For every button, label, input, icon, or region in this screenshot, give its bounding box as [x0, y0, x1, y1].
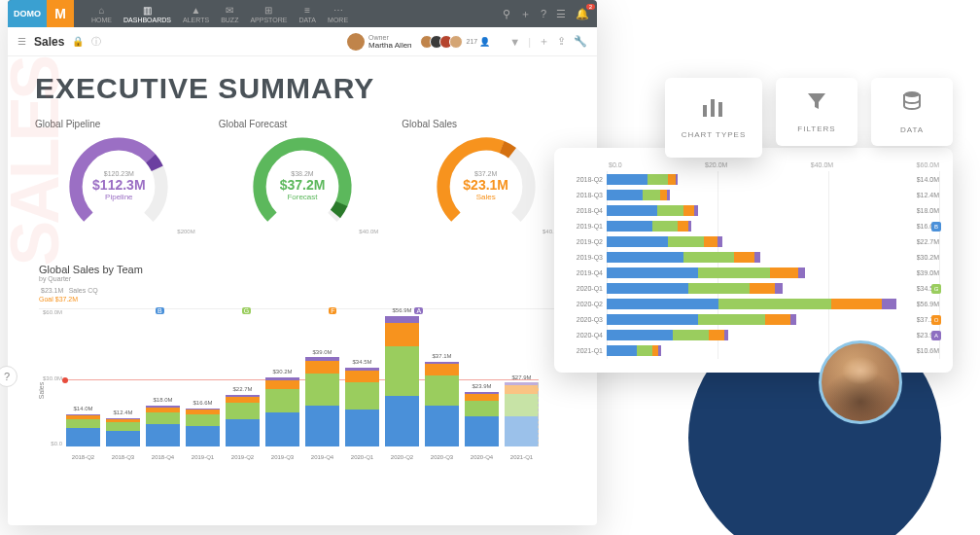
shared-avatar[interactable]	[449, 35, 463, 49]
bar-column[interactable]: $12.4M2018-Q3	[106, 309, 140, 446]
bar-column[interactable]: $27.9M2021-Q1	[505, 309, 539, 446]
hbar-row[interactable]: 2020-Q2$56.9M	[564, 297, 939, 311]
chart-icon	[701, 97, 726, 123]
top-nav: DOMO M ⌂HOME▥DASHBOARDS▲ALERTS✉BUZZ⊞APPS…	[8, 0, 597, 27]
menu-icon[interactable]: ☰	[556, 8, 566, 20]
data-icon	[902, 90, 922, 118]
settings-icon[interactable]: 🔧	[574, 35, 587, 48]
user-photo[interactable]	[819, 340, 902, 424]
chart-subtitle: by Quarter	[39, 275, 566, 282]
bar-column[interactable]: $14.0M2018-Q2	[66, 309, 100, 446]
logo-m[interactable]: M	[47, 0, 74, 27]
notifications-icon[interactable]: 🔔2	[576, 8, 589, 20]
horizontal-bar-card: $0.0$20.0M$40.0M$60.0M 2018-Q2$14.0M2018…	[554, 148, 953, 373]
logo-domo[interactable]: DOMO	[8, 0, 47, 27]
bar-column[interactable]: $56.9M2020-Q2	[385, 309, 419, 446]
bar-column[interactable]: $30.2M2019-Q3	[265, 309, 299, 446]
gauge-forecast[interactable]: Global Forecast $38.2M $37.2M Forecast $…	[219, 119, 387, 240]
bar-column[interactable]: $16.6M2019-Q1	[186, 309, 220, 446]
tool-chart-types[interactable]: CHART TYPES	[665, 78, 762, 158]
bar-column[interactable]: $18.0M2018-Q4	[146, 309, 180, 446]
bar-column[interactable]: $23.9M2020-Q4	[465, 309, 499, 446]
hbar-row[interactable]: 2020-Q4$23.9MA	[564, 328, 939, 342]
tool-data[interactable]: DATA	[871, 78, 953, 146]
svg-rect-11	[718, 102, 722, 117]
chart-title: Global Sales by Team	[39, 264, 566, 275]
bar-column[interactable]: $34.5M2020-Q1	[345, 309, 379, 446]
add-card-icon[interactable]: ＋	[539, 34, 549, 49]
hbar-row[interactable]: 2019-Q1$16.6MB	[564, 219, 939, 233]
hbar-row[interactable]: 2020-Q1$34.5MG	[564, 281, 939, 296]
series-badge: B	[931, 222, 941, 232]
hbar-row[interactable]: 2018-Q2$14.0M	[564, 172, 939, 187]
hamburger-icon[interactable]: ☰	[18, 36, 26, 47]
hbar-row[interactable]: 2019-Q4$39.0M	[564, 266, 939, 280]
series-badge: O	[931, 315, 941, 325]
svg-rect-10	[711, 99, 715, 117]
info-icon[interactable]: ⓘ	[91, 35, 101, 49]
page-subbar: ☰ Sales 🔒 ⓘ Owner Martha Allen 217 👤 ▼ |…	[8, 27, 597, 56]
series-badge: G	[931, 284, 941, 294]
hbar-row[interactable]: 2019-Q2$22.7M	[564, 234, 939, 249]
owner-label: Owner	[368, 34, 411, 41]
hbar-row[interactable]: 2019-Q3$30.2M	[564, 250, 939, 265]
dashboard-panel: SALES DOMO M ⌂HOME▥DASHBOARDS▲ALERTS✉BUZ…	[8, 0, 597, 525]
nav-alerts[interactable]: ▲ALERTS	[183, 5, 209, 23]
hbar-row[interactable]: 2018-Q3$12.4M	[564, 188, 939, 202]
owner-avatar[interactable]	[347, 33, 365, 51]
bar-column[interactable]: $39.0M2019-Q4	[305, 309, 339, 446]
hbar-row[interactable]: 2020-Q3$37.1MO	[564, 312, 939, 327]
goal-label: Goal $37.2M	[39, 296, 566, 303]
filter-icon[interactable]: ▼	[509, 36, 520, 48]
search-icon[interactable]: ⚲	[503, 8, 510, 20]
nav-data[interactable]: ≡DATA	[298, 5, 316, 23]
sales-by-team-card: Global Sales by Team by Quarter $23.1M S…	[35, 254, 570, 474]
chart-value: $23.1M Sales CQ	[39, 282, 566, 296]
svg-point-12	[904, 91, 920, 97]
people-icon[interactable]: 👤	[479, 37, 490, 47]
lock-icon: 🔒	[72, 36, 84, 47]
tool-filters[interactable]: FILTERS	[776, 78, 858, 146]
owner-name: Martha Allen	[368, 41, 411, 50]
stacked-bar-chart[interactable]: Sales $60.0M$30.0M$0.0 B G F A $14.0M201…	[39, 308, 566, 464]
nav-home[interactable]: ⌂HOME	[91, 5, 112, 23]
nav-dashboards[interactable]: ▥DASHBOARDS	[123, 5, 171, 23]
hbar-row[interactable]: 2018-Q4$18.0M	[564, 203, 939, 218]
page-name: Sales	[34, 35, 64, 49]
gauge-pipeline[interactable]: Global Pipeline $120.23M $112.3M Pipelin…	[35, 119, 203, 240]
nav-buzz[interactable]: ✉BUZZ	[221, 5, 238, 23]
people-count: 217	[467, 38, 478, 45]
page-title: EXECUTIVE SUMMARY	[35, 72, 570, 105]
nav-appstore[interactable]: ⊞APPSTORE	[250, 5, 287, 23]
bar-column[interactable]: $22.7M2019-Q2	[226, 309, 260, 446]
series-badge: A	[931, 331, 941, 340]
nav-more[interactable]: ⋯MORE	[328, 5, 348, 23]
share-icon[interactable]: ⇪	[557, 35, 566, 48]
bar-column[interactable]: $37.1M2020-Q3	[425, 309, 459, 446]
gauge-sales[interactable]: Global Sales $37.2M $23.1M Sales $40.0M	[402, 119, 570, 240]
svg-rect-9	[703, 105, 707, 117]
filter-icon	[806, 91, 827, 117]
help-icon[interactable]: ?	[541, 8, 546, 19]
add-icon[interactable]: ＋	[520, 7, 531, 21]
